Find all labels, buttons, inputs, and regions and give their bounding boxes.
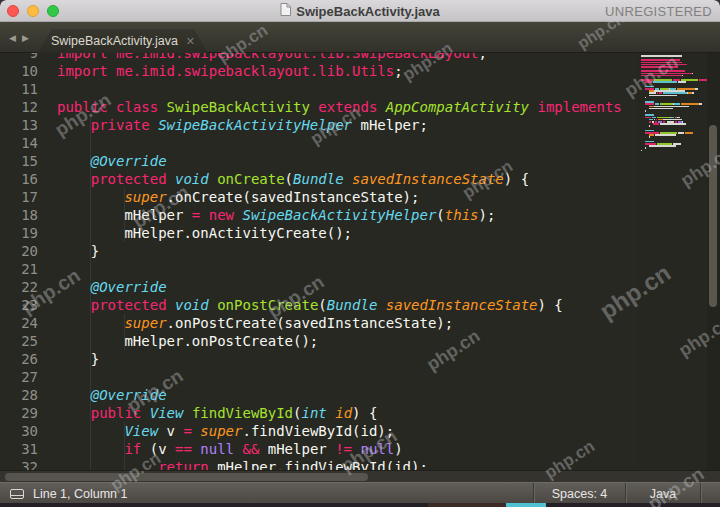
registration-status: UNREGISTERED — [605, 0, 712, 22]
syntax-setting[interactable]: Java — [626, 483, 700, 504]
line-number: 11 — [0, 80, 38, 98]
line-number: 29 — [0, 404, 38, 422]
code-line[interactable]: super.onPostCreate(savedInstanceState); — [57, 314, 622, 332]
code-line[interactable]: import me.imid.swipebacklayout.lib.Swipe… — [57, 53, 622, 62]
line-number: 32 — [0, 458, 38, 470]
line-number: 30 — [0, 422, 38, 440]
code-line[interactable]: private SwipeBackActivityHelper mHelper; — [57, 116, 622, 134]
tab-back-icon[interactable]: ◀ — [9, 33, 16, 43]
line-number: 27 — [0, 368, 38, 386]
line-number: 20 — [0, 242, 38, 260]
sublime-text-window: SwipeBackActivity.java UNREGISTERED ◀ ▶ … — [0, 0, 720, 507]
indent-guide — [124, 188, 125, 242]
desktop-strip — [0, 503, 720, 507]
code-line[interactable]: super.onCreate(savedInstanceState); — [57, 188, 622, 206]
desktop-strip-segment — [428, 503, 506, 507]
line-number: 23 — [0, 296, 38, 314]
editor-area[interactable]: 9101112131415161718192021222324252627282… — [0, 53, 720, 470]
code-line[interactable]: View v = super.findViewById(id); — [57, 422, 622, 440]
code-line[interactable]: mHelper.onActivityCreate(); — [57, 224, 622, 242]
code-line[interactable] — [57, 134, 622, 152]
gutter: 9101112131415161718192021222324252627282… — [0, 53, 38, 470]
code-line[interactable]: public View findViewById(int id) { — [57, 404, 622, 422]
titlebar: SwipeBackActivity.java UNREGISTERED — [0, 0, 720, 22]
line-number: 17 — [0, 188, 38, 206]
minimap[interactable] — [637, 53, 707, 470]
horizontal-scrollbar-track[interactable] — [0, 470, 720, 482]
code-line[interactable]: import me.imid.swipebacklayout.lib.Utils… — [57, 62, 622, 80]
window-title: SwipeBackActivity.java — [296, 4, 440, 19]
code-line[interactable]: if (v == null && mHelper != null) — [57, 440, 622, 458]
code-line[interactable]: public class SwipeBackActivity extends A… — [57, 98, 622, 116]
code-line[interactable]: return mHelper.findViewById(id); — [57, 458, 622, 470]
desktop-strip-segment — [506, 503, 546, 507]
line-number: 14 — [0, 134, 38, 152]
line-number: 10 — [0, 62, 38, 80]
line-number: 9 — [0, 53, 38, 62]
line-number: 31 — [0, 440, 38, 458]
tab-bar: ◀ ▶ SwipeBackActivity.java ✕ — [0, 22, 720, 53]
line-number: 22 — [0, 278, 38, 296]
indent-guide — [124, 422, 125, 470]
line-number: 24 — [0, 314, 38, 332]
tab-close-icon[interactable]: ✕ — [186, 35, 195, 48]
status-divider — [700, 483, 701, 504]
code-area[interactable]: import me.imid.swipebacklayout.lib.Swipe… — [57, 53, 622, 470]
code-viewport[interactable]: 9101112131415161718192021222324252627282… — [0, 53, 637, 470]
line-number: 19 — [0, 224, 38, 242]
line-number: 18 — [0, 206, 38, 224]
document-icon — [280, 2, 291, 20]
line-number: 13 — [0, 116, 38, 134]
line-number: 26 — [0, 350, 38, 368]
line-number: 21 — [0, 260, 38, 278]
cursor-position: Line 1, Column 1 — [33, 487, 128, 501]
status-bar: Line 1, Column 1 Spaces: 4 Java — [0, 482, 720, 503]
line-number: 12 — [0, 98, 38, 116]
code-line[interactable]: @Override — [57, 386, 622, 404]
code-line[interactable] — [57, 260, 622, 278]
code-line[interactable]: protected void onPostCreate(Bundle saved… — [57, 296, 622, 314]
code-line[interactable]: } — [57, 350, 622, 368]
code-line[interactable]: @Override — [57, 152, 622, 170]
panel-toggle-icon[interactable] — [10, 489, 24, 499]
line-number: 15 — [0, 152, 38, 170]
code-line[interactable]: mHelper = new SwipeBackActivityHelper(th… — [57, 206, 622, 224]
code-line[interactable]: @Override — [57, 278, 622, 296]
line-number: 25 — [0, 332, 38, 350]
code-line[interactable]: protected void onCreate(Bundle savedInst… — [57, 170, 622, 188]
line-number: 28 — [0, 386, 38, 404]
indent-guide — [124, 314, 125, 350]
vertical-scrollbar-thumb[interactable] — [709, 125, 717, 307]
tab-label: SwipeBackActivity.java — [51, 34, 178, 48]
code-line[interactable]: } — [57, 242, 622, 260]
indentation-setting[interactable]: Spaces: 4 — [534, 483, 625, 504]
indent-guide — [90, 116, 91, 470]
tab-swipebackactivity[interactable]: SwipeBackActivity.java ✕ — [38, 29, 208, 53]
horizontal-scrollbar-thumb[interactable] — [5, 473, 368, 481]
code-line[interactable] — [57, 368, 622, 386]
line-number: 16 — [0, 170, 38, 188]
tab-forward-icon[interactable]: ▶ — [22, 33, 29, 43]
code-line[interactable]: mHelper.onPostCreate(); — [57, 332, 622, 350]
code-line[interactable] — [57, 80, 622, 98]
